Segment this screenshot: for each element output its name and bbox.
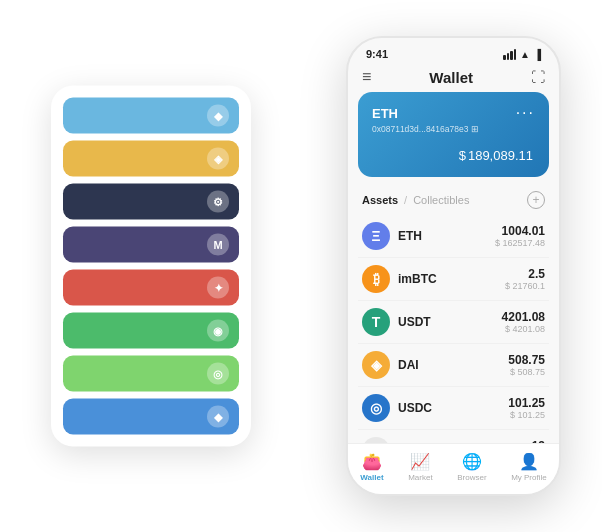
card-item-icon: ◆ <box>207 105 229 127</box>
asset-icon: T <box>362 308 390 336</box>
card-item[interactable]: ✦ <box>63 270 239 306</box>
asset-amount: 2.5 <box>505 267 545 281</box>
asset-icon: Ξ <box>362 222 390 250</box>
asset-name: USDC <box>398 401 508 415</box>
time-label: 9:41 <box>366 48 388 60</box>
nav-icon: 📈 <box>410 452 430 471</box>
card-item[interactable]: ◈ <box>63 141 239 177</box>
asset-icon: ◈ <box>362 351 390 379</box>
tab-assets[interactable]: Assets <box>362 194 398 206</box>
asset-amounts: 1004.01$ 162517.48 <box>495 224 545 248</box>
eth-card-label: ETH <box>372 106 398 121</box>
asset-name: imBTC <box>398 272 505 286</box>
eth-balance-symbol: $ <box>459 148 466 163</box>
status-bar: 9:41 ▲ ▐ <box>348 38 559 64</box>
asset-icon: ◎ <box>362 394 390 422</box>
card-item-icon: ✦ <box>207 277 229 299</box>
asset-row[interactable]: ◈DAI508.75$ 508.75 <box>358 344 549 387</box>
eth-card[interactable]: ETH ··· 0x08711d3d...8416a78e3 ⊞ $189,08… <box>358 92 549 177</box>
card-item[interactable]: ◆ <box>63 399 239 435</box>
menu-icon[interactable]: ≡ <box>362 68 371 86</box>
expand-icon[interactable]: ⛶ <box>531 69 545 85</box>
asset-usd: $ 4201.08 <box>502 324 545 334</box>
eth-address: 0x08711d3d...8416a78e3 ⊞ <box>372 124 535 134</box>
card-item-icon: M <box>207 234 229 256</box>
nav-label: Browser <box>457 473 486 482</box>
card-item[interactable]: ⚙ <box>63 184 239 220</box>
nav-item-wallet[interactable]: 👛Wallet <box>360 452 383 482</box>
asset-name: ETH <box>398 229 495 243</box>
nav-icon: 👤 <box>519 452 539 471</box>
eth-balance-value: 189,089.11 <box>468 148 533 163</box>
nav-icon: 👛 <box>362 452 382 471</box>
asset-amounts: 4201.08$ 4201.08 <box>502 310 545 334</box>
asset-amounts: 508.75$ 508.75 <box>508 353 545 377</box>
signal-icon <box>503 49 516 60</box>
asset-amount: 101.25 <box>508 396 545 410</box>
asset-name: USDT <box>398 315 502 329</box>
card-item-icon: ◎ <box>207 363 229 385</box>
asset-name: DAI <box>398 358 508 372</box>
card-item-icon: ◆ <box>207 406 229 428</box>
nav-label: My Profile <box>511 473 547 482</box>
asset-row[interactable]: ΞETH1004.01$ 162517.48 <box>358 215 549 258</box>
nav-label: Wallet <box>360 473 383 482</box>
status-icons: ▲ ▐ <box>503 49 541 60</box>
scene: ◆◈⚙M✦◉◎◆ 9:41 ▲ ▐ ≡ Wallet ⛶ <box>21 16 581 516</box>
card-item[interactable]: ◉ <box>63 313 239 349</box>
card-item-icon: ◈ <box>207 148 229 170</box>
tab-collectibles[interactable]: Collectibles <box>413 194 469 206</box>
asset-row[interactable]: ◎USDC101.25$ 101.25 <box>358 387 549 430</box>
nav-item-browser[interactable]: 🌐Browser <box>457 452 486 482</box>
asset-usd: $ 508.75 <box>508 367 545 377</box>
asset-row[interactable]: TUSDT4201.08$ 4201.08 <box>358 301 549 344</box>
bottom-nav: 👛Wallet📈Market🌐Browser👤My Profile <box>348 443 559 494</box>
nav-item-market[interactable]: 📈Market <box>408 452 432 482</box>
wifi-icon: ▲ <box>520 49 530 60</box>
asset-usd: $ 101.25 <box>508 410 545 420</box>
card-item-icon: ⚙ <box>207 191 229 213</box>
asset-usd: $ 21760.1 <box>505 281 545 291</box>
asset-amount: 4201.08 <box>502 310 545 324</box>
nav-icon: 🌐 <box>462 452 482 471</box>
card-item[interactable]: ◎ <box>63 356 239 392</box>
asset-amounts: 101.25$ 101.25 <box>508 396 545 420</box>
phone: 9:41 ▲ ▐ ≡ Wallet ⛶ ETH ··· <box>346 36 561 496</box>
nav-item-my-profile[interactable]: 👤My Profile <box>511 452 547 482</box>
asset-amounts: 2.5$ 21760.1 <box>505 267 545 291</box>
card-item-icon: ◉ <box>207 320 229 342</box>
asset-amount: 508.75 <box>508 353 545 367</box>
card-stack: ◆◈⚙M✦◉◎◆ <box>51 86 251 447</box>
nav-label: Market <box>408 473 432 482</box>
card-item[interactable]: ◆ <box>63 98 239 134</box>
asset-row[interactable]: 🦋TFT130 <box>358 430 549 443</box>
battery-icon: ▐ <box>534 49 541 60</box>
assets-tabs: Assets / Collectibles <box>362 194 469 206</box>
asset-usd: $ 162517.48 <box>495 238 545 248</box>
asset-list: ΞETH1004.01$ 162517.48₿imBTC2.5$ 21760.1… <box>348 215 559 443</box>
eth-card-menu[interactable]: ··· <box>516 104 535 122</box>
asset-icon: ₿ <box>362 265 390 293</box>
phone-header: ≡ Wallet ⛶ <box>348 64 559 92</box>
tab-divider: / <box>404 194 407 206</box>
add-asset-button[interactable]: + <box>527 191 545 209</box>
asset-amount: 1004.01 <box>495 224 545 238</box>
assets-header: Assets / Collectibles + <box>348 187 559 215</box>
page-title: Wallet <box>429 69 473 86</box>
eth-balance: $189,089.11 <box>372 142 535 165</box>
asset-row[interactable]: ₿imBTC2.5$ 21760.1 <box>358 258 549 301</box>
card-item[interactable]: M <box>63 227 239 263</box>
